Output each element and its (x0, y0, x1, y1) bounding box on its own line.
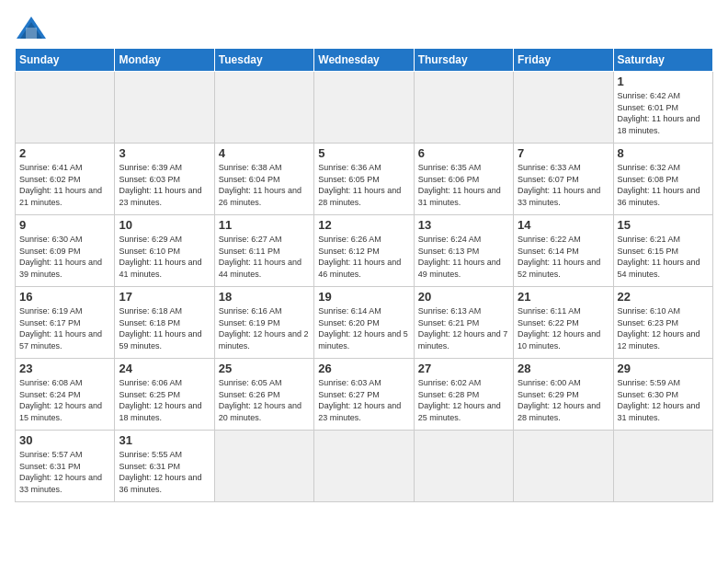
day-info: Sunrise: 6:11 AM Sunset: 6:22 PM Dayligh… (518, 305, 609, 351)
day-number: 18 (219, 290, 310, 304)
weekday-header: Sunday (16, 49, 115, 72)
weekday-header: Tuesday (214, 49, 313, 72)
day-number: 14 (518, 218, 609, 232)
day-info: Sunrise: 6:36 AM Sunset: 6:05 PM Dayligh… (318, 162, 409, 208)
day-info: Sunrise: 6:05 AM Sunset: 6:26 PM Dayligh… (219, 377, 310, 423)
calendar-cell (314, 72, 414, 144)
calendar-week-row: 2Sunrise: 6:41 AM Sunset: 6:02 PM Daylig… (16, 144, 713, 215)
calendar-cell: 17Sunrise: 6:18 AM Sunset: 6:18 PM Dayli… (115, 287, 214, 359)
day-number: 13 (418, 218, 509, 232)
calendar-cell (414, 431, 513, 502)
calendar-cell: 12Sunrise: 6:26 AM Sunset: 6:12 PM Dayli… (314, 215, 414, 287)
header (15, 15, 713, 40)
calendar-cell: 20Sunrise: 6:13 AM Sunset: 6:21 PM Dayli… (414, 287, 513, 359)
calendar-header-row: SundayMondayTuesdayWednesdayThursdayFrid… (16, 49, 713, 72)
day-number: 9 (19, 218, 110, 232)
day-number: 30 (19, 433, 110, 447)
weekday-header: Friday (514, 49, 613, 72)
calendar-cell: 21Sunrise: 6:11 AM Sunset: 6:22 PM Dayli… (514, 287, 613, 359)
day-info: Sunrise: 6:27 AM Sunset: 6:11 PM Dayligh… (219, 234, 310, 280)
day-number: 3 (119, 146, 210, 160)
day-number: 21 (518, 290, 609, 304)
calendar-cell: 24Sunrise: 6:06 AM Sunset: 6:25 PM Dayli… (115, 359, 214, 431)
day-info: Sunrise: 6:03 AM Sunset: 6:27 PM Dayligh… (318, 377, 409, 423)
weekday-header: Saturday (613, 49, 712, 72)
day-number: 28 (518, 362, 609, 375)
day-info: Sunrise: 6:39 AM Sunset: 6:03 PM Dayligh… (119, 162, 210, 208)
calendar-cell: 3Sunrise: 6:39 AM Sunset: 6:03 PM Daylig… (115, 144, 214, 215)
logo-icon (15, 15, 48, 40)
day-number: 19 (318, 290, 409, 304)
day-number: 27 (418, 362, 509, 375)
day-number: 25 (219, 362, 310, 375)
calendar-cell: 10Sunrise: 6:29 AM Sunset: 6:10 PM Dayli… (115, 215, 214, 287)
calendar-week-row: 9Sunrise: 6:30 AM Sunset: 6:09 PM Daylig… (16, 215, 713, 287)
day-info: Sunrise: 6:00 AM Sunset: 6:29 PM Dayligh… (518, 377, 609, 423)
calendar-cell (16, 72, 115, 144)
day-number: 4 (219, 146, 310, 160)
calendar-cell (613, 431, 712, 502)
day-number: 31 (119, 433, 210, 447)
day-number: 5 (318, 146, 409, 160)
calendar-cell: 2Sunrise: 6:41 AM Sunset: 6:02 PM Daylig… (16, 144, 115, 215)
calendar-cell: 22Sunrise: 6:10 AM Sunset: 6:23 PM Dayli… (613, 287, 712, 359)
calendar-cell: 28Sunrise: 6:00 AM Sunset: 6:29 PM Dayli… (514, 359, 613, 431)
day-number: 8 (618, 146, 709, 160)
weekday-header: Thursday (414, 49, 513, 72)
day-info: Sunrise: 6:13 AM Sunset: 6:21 PM Dayligh… (418, 305, 509, 351)
calendar-cell: 27Sunrise: 6:02 AM Sunset: 6:28 PM Dayli… (414, 359, 513, 431)
day-info: Sunrise: 6:29 AM Sunset: 6:10 PM Dayligh… (119, 234, 210, 280)
calendar-week-row: 23Sunrise: 6:08 AM Sunset: 6:24 PM Dayli… (16, 359, 713, 431)
calendar-cell: 13Sunrise: 6:24 AM Sunset: 6:13 PM Dayli… (414, 215, 513, 287)
calendar-cell (115, 72, 214, 144)
weekday-header: Wednesday (314, 49, 414, 72)
calendar-cell (514, 431, 613, 502)
day-info: Sunrise: 6:06 AM Sunset: 6:25 PM Dayligh… (119, 377, 210, 423)
day-info: Sunrise: 6:16 AM Sunset: 6:19 PM Dayligh… (219, 305, 310, 351)
day-info: Sunrise: 5:59 AM Sunset: 6:30 PM Dayligh… (618, 377, 709, 423)
day-info: Sunrise: 6:35 AM Sunset: 6:06 PM Dayligh… (418, 162, 509, 208)
calendar-cell: 26Sunrise: 6:03 AM Sunset: 6:27 PM Dayli… (314, 359, 414, 431)
svg-rect-2 (26, 28, 37, 39)
day-number: 12 (318, 218, 409, 232)
calendar-cell: 8Sunrise: 6:32 AM Sunset: 6:08 PM Daylig… (613, 144, 712, 215)
logo (15, 15, 53, 40)
day-info: Sunrise: 6:30 AM Sunset: 6:09 PM Dayligh… (19, 234, 110, 280)
day-number: 26 (318, 362, 409, 375)
calendar-cell (414, 72, 513, 144)
day-info: Sunrise: 6:38 AM Sunset: 6:04 PM Dayligh… (219, 162, 310, 208)
day-number: 24 (119, 362, 210, 375)
calendar-cell (314, 431, 414, 502)
page: SundayMondayTuesdayWednesdayThursdayFrid… (0, 0, 728, 563)
calendar-cell: 4Sunrise: 6:38 AM Sunset: 6:04 PM Daylig… (214, 144, 313, 215)
day-info: Sunrise: 5:55 AM Sunset: 6:31 PM Dayligh… (119, 449, 210, 495)
calendar-week-row: 30Sunrise: 5:57 AM Sunset: 6:31 PM Dayli… (16, 431, 713, 502)
day-number: 6 (418, 146, 509, 160)
day-number: 17 (119, 290, 210, 304)
day-number: 11 (219, 218, 310, 232)
day-number: 23 (19, 362, 110, 375)
calendar-cell: 25Sunrise: 6:05 AM Sunset: 6:26 PM Dayli… (214, 359, 313, 431)
calendar-cell: 6Sunrise: 6:35 AM Sunset: 6:06 PM Daylig… (414, 144, 513, 215)
day-number: 16 (19, 290, 110, 304)
calendar-table: SundayMondayTuesdayWednesdayThursdayFrid… (15, 48, 713, 502)
calendar-cell: 18Sunrise: 6:16 AM Sunset: 6:19 PM Dayli… (214, 287, 313, 359)
calendar-cell: 14Sunrise: 6:22 AM Sunset: 6:14 PM Dayli… (514, 215, 613, 287)
day-info: Sunrise: 6:32 AM Sunset: 6:08 PM Dayligh… (618, 162, 709, 208)
calendar-cell: 23Sunrise: 6:08 AM Sunset: 6:24 PM Dayli… (16, 359, 115, 431)
day-number: 7 (518, 146, 609, 160)
calendar-cell: 30Sunrise: 5:57 AM Sunset: 6:31 PM Dayli… (16, 431, 115, 502)
calendar-cell: 9Sunrise: 6:30 AM Sunset: 6:09 PM Daylig… (16, 215, 115, 287)
day-info: Sunrise: 6:26 AM Sunset: 6:12 PM Dayligh… (318, 234, 409, 280)
day-info: Sunrise: 6:08 AM Sunset: 6:24 PM Dayligh… (19, 377, 110, 423)
calendar-cell: 1Sunrise: 6:42 AM Sunset: 6:01 PM Daylig… (613, 72, 712, 144)
day-number: 29 (618, 362, 709, 375)
calendar-cell: 31Sunrise: 5:55 AM Sunset: 6:31 PM Dayli… (115, 431, 214, 502)
day-info: Sunrise: 6:19 AM Sunset: 6:17 PM Dayligh… (19, 305, 110, 351)
calendar-cell: 15Sunrise: 6:21 AM Sunset: 6:15 PM Dayli… (613, 215, 712, 287)
day-info: Sunrise: 6:10 AM Sunset: 6:23 PM Dayligh… (618, 305, 709, 351)
day-info: Sunrise: 5:57 AM Sunset: 6:31 PM Dayligh… (19, 449, 110, 495)
day-info: Sunrise: 6:42 AM Sunset: 6:01 PM Dayligh… (618, 90, 709, 136)
day-number: 1 (618, 75, 709, 88)
calendar-cell: 11Sunrise: 6:27 AM Sunset: 6:11 PM Dayli… (214, 215, 313, 287)
